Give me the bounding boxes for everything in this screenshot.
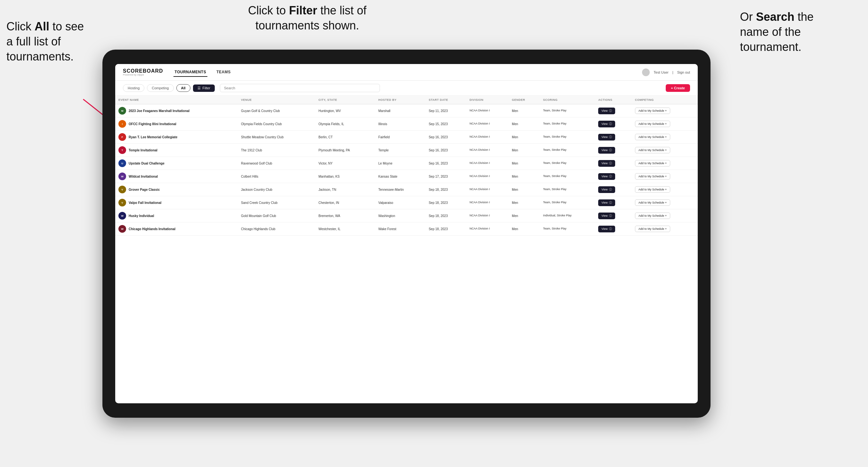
add-schedule-button-2[interactable]: Add to My Schedule + [635, 134, 670, 140]
add-schedule-button-7[interactable]: Add to My Schedule + [635, 199, 670, 206]
team-logo-2: F [118, 133, 126, 141]
col-city-state: CITY, STATE [315, 96, 375, 104]
actions-0: View ⓘ [595, 104, 632, 118]
event-cell-0: M 2023 Joe Feaganes Marshall Invitationa… [115, 104, 238, 118]
start-date-2: Sep 16, 2023 [425, 131, 466, 144]
add-schedule-button-3[interactable]: Add to My Schedule + [635, 147, 670, 153]
view-button-5[interactable]: View ⓘ [598, 173, 615, 180]
view-button-0[interactable]: View ⓘ [598, 107, 615, 114]
view-button-6[interactable]: View ⓘ [598, 186, 615, 193]
create-button[interactable]: + Create [666, 84, 690, 92]
event-cell-5: W Wildcat Invitational [115, 170, 238, 183]
tab-competing[interactable]: Competing [147, 84, 174, 92]
team-logo-8: W [118, 212, 126, 220]
division-7: NCAA Division I [466, 196, 508, 209]
col-event-name: EVENT NAME [115, 96, 238, 104]
table-header-row: EVENT NAME VENUE CITY, STATE HOSTED BY S… [115, 96, 698, 104]
venue-6: Jackson Country Club [238, 183, 315, 196]
add-schedule-button-9[interactable]: Add to My Schedule + [635, 226, 670, 232]
view-button-1[interactable]: View ⓘ [598, 121, 615, 127]
event-cell-2: F Ryan T. Lee Memorial Collegiate [115, 131, 238, 144]
add-schedule-button-1[interactable]: Add to My Schedule + [635, 121, 670, 127]
division-8: NCAA Division I [466, 209, 508, 222]
col-competing: COMPETING [632, 96, 698, 104]
actions-6: View ⓘ [595, 183, 632, 196]
nav-tab-teams[interactable]: TEAMS [215, 68, 232, 77]
filter-button[interactable]: ☰ Filter [193, 85, 215, 92]
venue-8: Gold Mountain Golf Club [238, 209, 315, 222]
gender-3: Men [508, 144, 539, 157]
venue-7: Sand Creek Country Club [238, 196, 315, 209]
add-schedule-button-6[interactable]: Add to My Schedule + [635, 186, 670, 193]
event-name-9: Chicago Highlands Invitational [129, 227, 176, 231]
view-button-7[interactable]: View ⓘ [598, 199, 615, 206]
filter-label: Filter [203, 86, 210, 90]
start-date-7: Sep 18, 2023 [425, 196, 466, 209]
sign-out-link[interactable]: Sign out [677, 70, 690, 74]
city-state-0: Huntington, WV [315, 104, 375, 118]
add-schedule-button-5[interactable]: Add to My Schedule + [635, 173, 670, 180]
gender-4: Men [508, 157, 539, 170]
view-icon-8: ⓘ [609, 214, 612, 218]
view-icon-7: ⓘ [609, 201, 612, 205]
view-icon-5: ⓘ [609, 175, 612, 179]
venue-3: The 1912 Club [238, 144, 315, 157]
competing-7: Add to My Schedule + [632, 196, 698, 209]
view-icon-0: ⓘ [609, 109, 612, 113]
divider: | [673, 70, 673, 74]
actions-9: View ⓘ [595, 222, 632, 236]
col-scoring: SCORING [540, 96, 595, 104]
division-1: NCAA Division I [466, 118, 508, 131]
city-state-5: Manhattan, KS [315, 170, 375, 183]
actions-2: View ⓘ [595, 131, 632, 144]
view-button-4[interactable]: View ⓘ [598, 160, 615, 167]
table-container: EVENT NAME VENUE CITY, STATE HOSTED BY S… [115, 96, 698, 403]
event-name-4: Upstate Dual Challenge [129, 162, 164, 165]
table-row: U Upstate Dual Challenge Ravenwood Golf … [115, 157, 698, 170]
event-cell-1: I OFCC Fighting Illini Invitational [115, 118, 238, 131]
search-input[interactable] [220, 84, 380, 92]
table-row: T Temple Invitational The 1912 Club Plym… [115, 144, 698, 157]
view-icon-9: ⓘ [609, 227, 612, 231]
venue-0: Guyan Golf & Country Club [238, 104, 315, 118]
view-icon-4: ⓘ [609, 161, 612, 165]
competing-4: Add to My Schedule + [632, 157, 698, 170]
actions-3: View ⓘ [595, 144, 632, 157]
division-4: NCAA Division I [466, 157, 508, 170]
division-6: NCAA Division I [466, 183, 508, 196]
gender-1: Men [508, 118, 539, 131]
tab-hosting[interactable]: Hosting [123, 84, 144, 92]
view-button-9[interactable]: View ⓘ [598, 226, 615, 232]
start-date-6: Sep 18, 2023 [425, 183, 466, 196]
table-row: V Grover Page Classic Jackson Country Cl… [115, 183, 698, 196]
venue-9: Chicago Highlands Club [238, 222, 315, 236]
event-cell-6: V Grover Page Classic [115, 183, 238, 196]
add-schedule-button-4[interactable]: Add to My Schedule + [635, 160, 670, 166]
tablet-device: SCOREBOARD Powered by clippd TOURNAMENTS… [102, 50, 711, 418]
annotation-top-left: Click All to see a full list of tourname… [6, 19, 90, 64]
event-cell-9: W Chicago Highlands Invitational [115, 222, 238, 236]
venue-5: Colbert Hills [238, 170, 315, 183]
add-schedule-button-0[interactable]: Add to My Schedule + [635, 107, 670, 114]
competing-8: Add to My Schedule + [632, 209, 698, 222]
actions-1: View ⓘ [595, 118, 632, 131]
division-0: NCAA Division I [466, 104, 508, 118]
col-hosted-by: HOSTED BY [375, 96, 425, 104]
division-9: NCAA Division I [466, 222, 508, 236]
nav-tab-tournaments[interactable]: TOURNAMENTS [174, 68, 208, 77]
team-logo-0: M [118, 107, 126, 115]
city-state-4: Victor, NY [315, 157, 375, 170]
add-schedule-button-8[interactable]: Add to My Schedule + [635, 213, 670, 219]
view-button-3[interactable]: View ⓘ [598, 147, 615, 154]
gender-8: Men [508, 209, 539, 222]
view-icon-6: ⓘ [609, 188, 612, 192]
event-cell-4: U Upstate Dual Challenge [115, 157, 238, 170]
gender-9: Men [508, 222, 539, 236]
team-logo-9: W [118, 225, 126, 233]
hosted-by-8: Washington [375, 209, 425, 222]
team-logo-6: V [118, 186, 126, 193]
city-state-7: Chesterton, IN [315, 196, 375, 209]
tab-all[interactable]: All [176, 84, 190, 92]
view-button-8[interactable]: View ⓘ [598, 213, 615, 219]
view-button-2[interactable]: View ⓘ [598, 134, 615, 141]
